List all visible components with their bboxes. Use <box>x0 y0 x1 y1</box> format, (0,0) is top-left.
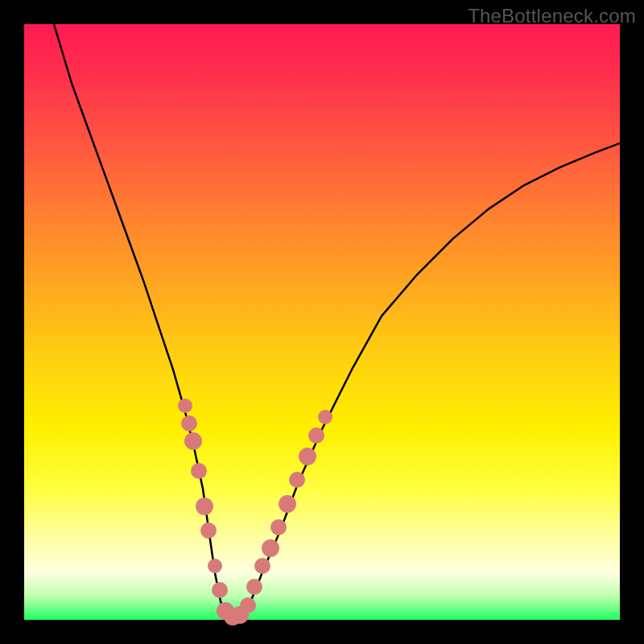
data-marker <box>178 398 192 413</box>
data-marker <box>200 522 217 539</box>
data-marker <box>208 559 222 573</box>
chart-frame: TheBottleneck.com <box>0 0 644 644</box>
data-marker <box>181 415 197 431</box>
data-marker <box>254 558 270 574</box>
data-marker <box>299 448 316 465</box>
data-marker <box>318 410 332 424</box>
data-marker <box>270 519 287 535</box>
data-marker <box>308 427 324 444</box>
curve-right-branch <box>238 143 620 617</box>
data-marker <box>289 472 305 488</box>
plot-area <box>24 24 620 620</box>
data-marker <box>212 582 228 598</box>
curve-layer <box>24 24 620 620</box>
data-marker <box>196 497 213 515</box>
data-marker <box>246 579 262 595</box>
data-marker <box>279 495 296 513</box>
data-marker <box>240 597 256 613</box>
data-marker <box>262 539 279 557</box>
watermark-text: TheBottleneck.com <box>468 5 636 27</box>
data-marker <box>184 432 202 450</box>
data-marker <box>191 463 207 479</box>
